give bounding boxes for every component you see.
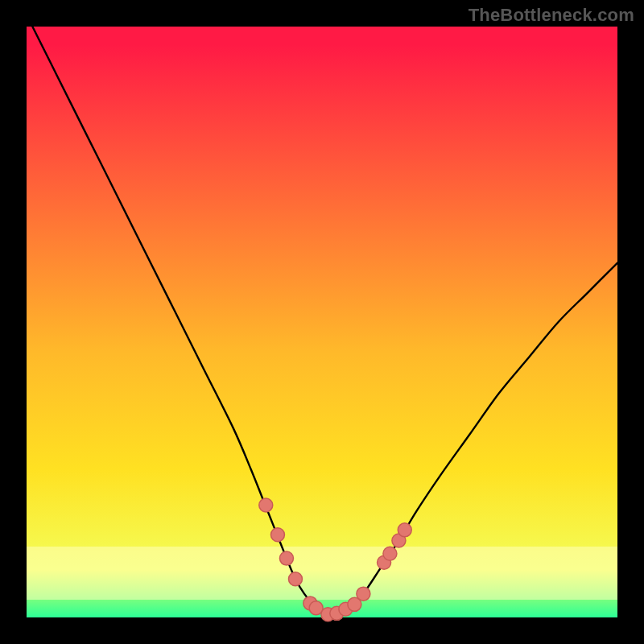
watermark-text: TheBottleneck.com — [469, 5, 634, 26]
sample-point — [270, 528, 284, 542]
sample-point — [288, 572, 302, 586]
sample-point — [383, 547, 397, 560]
sample-point — [398, 523, 411, 537]
sample-point — [279, 551, 293, 565]
sample-point — [259, 498, 273, 512]
plot-area — [27, 27, 617, 617]
sample-point — [357, 587, 370, 601]
highlight-band — [27, 547, 617, 600]
